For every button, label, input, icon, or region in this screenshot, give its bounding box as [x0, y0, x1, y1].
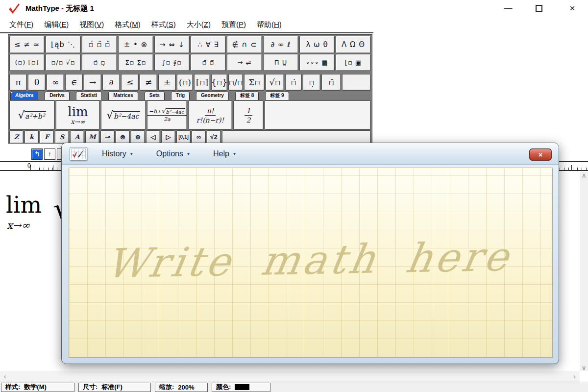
- tab-trig[interactable]: Trig: [171, 91, 190, 100]
- small-symbol-13[interactable]: ▫∕▫: [228, 74, 243, 91]
- tab-9[interactable]: 标签 9: [265, 91, 289, 100]
- bottom-symbol-13[interactable]: ∞: [192, 130, 206, 144]
- panel-menu-options[interactable]: Options▾: [156, 149, 190, 158]
- tabstop-1[interactable]: ↰: [31, 148, 43, 160]
- bottom-bar-blank: [222, 130, 371, 144]
- tab-8[interactable]: 标签 8: [235, 91, 259, 100]
- symbol-palette-2[interactable]: ⌊ąb ⋱: [46, 36, 81, 53]
- template-palette-6[interactable]: ▫̄ ▫⃗: [191, 54, 226, 71]
- large-template-binomial[interactable]: n!r!(n−r)!: [188, 100, 232, 130]
- template-palette-3[interactable]: ▫̇ ▫̣: [82, 54, 117, 71]
- small-symbol-16[interactable]: ▫̇: [285, 74, 302, 91]
- tab-geometry[interactable]: Geometry: [196, 91, 229, 100]
- template-palette-7[interactable]: → ⇌: [227, 54, 262, 71]
- small-symbol-1[interactable]: π: [9, 74, 27, 91]
- status-style[interactable]: 样式: 数学(M): [1, 383, 74, 392]
- panel-menu-label: Help: [213, 149, 229, 158]
- symbol-palette-3[interactable]: ▫́ ▫̈ ▫̈: [82, 36, 117, 53]
- bottom-symbol-6[interactable]: M: [85, 130, 99, 144]
- small-symbol-12[interactable]: {▫}: [211, 74, 227, 91]
- menu-file[interactable]: 文件(F): [4, 18, 39, 32]
- small-symbol-9[interactable]: ±: [158, 74, 176, 91]
- status-size-value: 标准(F): [101, 383, 122, 392]
- bottom-symbol-9[interactable]: ⊕: [131, 130, 145, 144]
- bottom-symbol-10[interactable]: ◁: [146, 130, 160, 144]
- vertical-scrollbar[interactable]: ∧ ∨: [580, 172, 588, 371]
- panel-menu-help[interactable]: Help▾: [213, 149, 236, 158]
- tab-derivs[interactable]: Derivs: [45, 91, 70, 100]
- panel-menu-history[interactable]: History▾: [102, 149, 133, 158]
- scroll-left-icon[interactable]: ‹: [4, 373, 6, 380]
- template-palette-5[interactable]: ∫▫ ∮▫: [154, 54, 190, 71]
- symbol-palette-10[interactable]: Λ Ω Θ: [336, 36, 371, 53]
- horizontal-scrollbar[interactable]: ‹ ›: [0, 371, 580, 382]
- scroll-up-icon[interactable]: ∧: [581, 172, 586, 179]
- radical-glyph: √b²−4ac: [107, 110, 141, 121]
- bottom-symbol-5[interactable]: A: [70, 130, 84, 144]
- small-symbol-7[interactable]: ≤: [121, 74, 139, 91]
- menu-view[interactable]: 视图(V): [74, 18, 109, 32]
- template-palette-10[interactable]: ⌊▫ ▣: [336, 54, 371, 71]
- scroll-right-icon[interactable]: ›: [573, 373, 576, 380]
- status-zoom[interactable]: 缩放: 200%: [155, 383, 208, 392]
- bottom-symbol-11[interactable]: ▷: [161, 130, 175, 144]
- maximize-button[interactable]: [528, 0, 550, 17]
- bottom-symbol-3[interactable]: F: [40, 130, 54, 144]
- small-symbol-6[interactable]: ∂: [102, 74, 120, 91]
- handwriting-input-area[interactable]: Write math here: [69, 168, 553, 358]
- small-symbol-8[interactable]: ≠: [140, 74, 157, 91]
- menu-size[interactable]: 大小(Z): [181, 18, 216, 32]
- tab-sets[interactable]: Sets: [145, 91, 165, 100]
- large-template-limit[interactable]: limx→∞: [56, 100, 100, 130]
- handwriting-panel-titlebar[interactable]: History▾Options▾Help▾×: [62, 143, 559, 165]
- symbol-palette-7[interactable]: ∉ ∩ ⊂: [227, 36, 262, 53]
- status-size[interactable]: 尺寸: 标准(F): [78, 383, 151, 392]
- large-template-quadratic-formula[interactable]: −b±√b²−4ac2a: [147, 100, 187, 130]
- bottom-symbol-1[interactable]: Z: [9, 130, 24, 144]
- template-palette-2[interactable]: ▫∕▫ √▫: [46, 54, 81, 71]
- template-palette-4[interactable]: Σ▫ Σ̲▫: [118, 54, 153, 71]
- panel-close-button[interactable]: ×: [529, 148, 552, 161]
- large-template-sqrt-sum[interactable]: √a²+b²: [9, 100, 55, 130]
- menu-edit[interactable]: 编辑(E): [39, 18, 74, 32]
- tab-statisti[interactable]: Statisti: [76, 91, 102, 100]
- bottom-symbol-4[interactable]: S: [55, 130, 69, 144]
- bottom-symbol-7[interactable]: ⊸: [100, 130, 115, 144]
- small-symbol-5[interactable]: →: [84, 74, 101, 91]
- template-palette-9[interactable]: ∘∘∘ ▦: [299, 54, 335, 71]
- symbol-palette-9[interactable]: λ ω θ: [299, 36, 335, 53]
- tab-matrices[interactable]: Matrices: [108, 91, 138, 100]
- tab-algebra[interactable]: Algebra: [10, 91, 38, 100]
- symbol-palette-6[interactable]: ∴ ∀ ∃: [191, 36, 226, 53]
- template-palette-8[interactable]: Π̈ Ṳ: [263, 54, 298, 71]
- minimize-button[interactable]: —: [497, 0, 519, 17]
- small-symbol-2[interactable]: θ: [28, 74, 46, 91]
- tabstop-2[interactable]: ↑: [44, 148, 55, 160]
- large-template-sqrt-discriminant[interactable]: √b²−4ac: [101, 100, 146, 130]
- symbol-palette-8[interactable]: ∂ ∞ ℓ: [263, 36, 298, 53]
- small-symbol-3[interactable]: ∞: [47, 74, 64, 91]
- symbol-palette-1[interactable]: ≤ ≠ ≈: [9, 36, 45, 53]
- large-template-one-half[interactable]: 12: [233, 100, 264, 130]
- menu-format[interactable]: 格式(M): [109, 18, 146, 32]
- small-symbol-11[interactable]: [▫]: [194, 74, 210, 91]
- bottom-symbol-8[interactable]: ⊗: [116, 130, 130, 144]
- small-symbol-14[interactable]: Σ▫: [244, 74, 265, 91]
- menu-help[interactable]: 帮助(H): [251, 18, 287, 32]
- menu-preferences[interactable]: 预置(P): [216, 18, 251, 32]
- bottom-symbol-2[interactable]: k: [24, 130, 39, 144]
- small-symbol-4[interactable]: ∈: [65, 74, 83, 91]
- template-palette-1[interactable]: (▫) [▫]: [9, 54, 45, 71]
- small-symbol-18[interactable]: ▫̈: [321, 74, 341, 91]
- menu-style[interactable]: 样式(S): [146, 18, 181, 32]
- bottom-symbol-12[interactable]: [0,1]: [176, 130, 191, 144]
- small-symbol-15[interactable]: √▫: [266, 74, 284, 91]
- close-button[interactable]: ×: [561, 0, 584, 17]
- small-symbol-10[interactable]: (▫): [177, 74, 193, 91]
- status-color[interactable]: 颜色:: [212, 383, 270, 392]
- symbol-palette-4[interactable]: ± • ⊗: [118, 36, 153, 53]
- bottom-symbol-14[interactable]: √2: [207, 130, 221, 144]
- symbol-palette-5[interactable]: → ⇔ ↓: [154, 36, 190, 53]
- small-symbol-17[interactable]: ▫̣: [303, 74, 320, 91]
- scroll-down-icon[interactable]: ∨: [581, 364, 586, 371]
